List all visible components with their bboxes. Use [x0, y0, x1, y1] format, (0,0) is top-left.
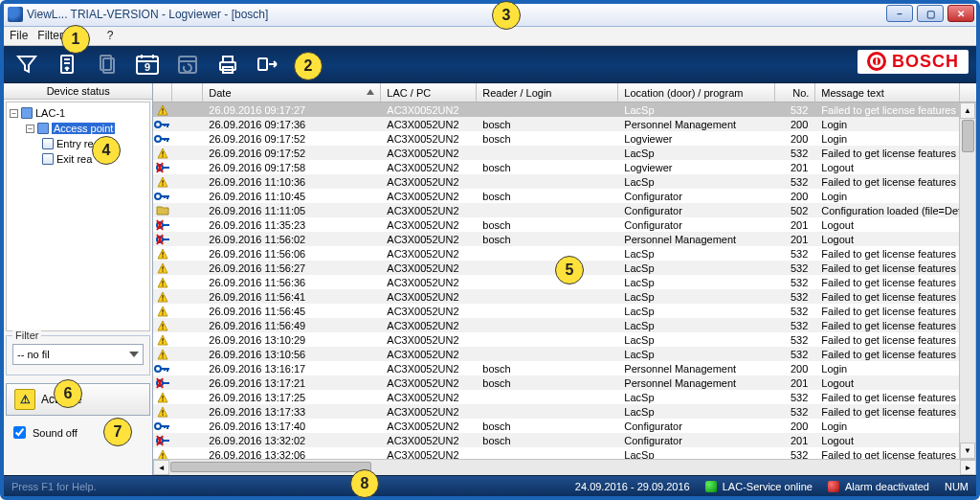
app-window: ViewL... TRIAL-VERSION - Logviewer - [bo…: [0, 0, 980, 500]
svg-rect-68: [163, 453, 164, 457]
row-type-icon-2: [172, 203, 203, 217]
tree-exit-reader[interactable]: Exit rea: [56, 153, 92, 165]
filter-select[interactable]: -- no fil: [12, 344, 144, 365]
svg-rect-36: [163, 252, 164, 256]
col-icon1[interactable]: [153, 83, 172, 102]
table-row[interactable]: 26.09.2016 09:17:52AC3X0052UN2boschLogvi…: [153, 131, 975, 146]
export-icon[interactable]: [255, 51, 281, 78]
cell-date: 26.09.2016 11:56:41: [203, 289, 381, 304]
scroll-up-icon[interactable]: ▲: [960, 102, 975, 119]
cell-lac: AC3X0052UN2: [381, 174, 477, 189]
table-row[interactable]: 26.09.2016 09:17:52AC3X0052UN2LacSp532Fa…: [153, 146, 975, 160]
cell-date: 26.09.2016 13:17:40: [203, 419, 381, 433]
tree-access-point[interactable]: Access point: [52, 123, 115, 134]
scroll-left-icon[interactable]: ◄: [153, 460, 169, 475]
table-row[interactable]: 26.09.2016 13:17:33AC3X0052UN2LacSp532Fa…: [153, 404, 975, 419]
cell-msg: Login: [815, 131, 969, 146]
table-row[interactable]: 26.09.2016 09:17:27AC3X0052UN2LacSp532Fa…: [153, 102, 975, 117]
cell-loc: LacSp: [618, 390, 775, 404]
col-loc[interactable]: Location (door) / program: [618, 83, 775, 102]
table-row[interactable]: 26.09.2016 13:10:29AC3X0052UN2LacSp532Fa…: [153, 332, 975, 347]
col-no[interactable]: No.: [775, 83, 815, 102]
table-row[interactable]: 26.09.2016 11:56:02AC3X0052UN2boschPerso…: [153, 232, 975, 246]
col-icon2[interactable]: [172, 83, 203, 102]
calendar-refresh-icon[interactable]: [174, 51, 201, 78]
expander-icon[interactable]: –: [10, 109, 18, 118]
cell-reader: bosch: [477, 160, 618, 174]
col-lac[interactable]: LAC / PC: [381, 83, 477, 102]
device-status-header: Device status: [4, 83, 152, 100]
row-type-icon: [153, 189, 172, 203]
cell-date: 26.09.2016 11:35:23: [203, 217, 381, 232]
table-row[interactable]: 26.09.2016 13:10:56AC3X0052UN2LacSp532Fa…: [153, 347, 975, 361]
svg-rect-33: [163, 224, 169, 226]
scroll-thumb[interactable]: [170, 462, 371, 472]
row-type-icon: [153, 404, 172, 419]
cell-msg: Failed to get license features: [815, 246, 969, 261]
scroll-down-icon[interactable]: ▼: [960, 443, 975, 459]
cell-no: 532: [775, 347, 815, 361]
table-row[interactable]: 26.09.2016 11:56:49AC3X0052UN2LacSp532Fa…: [153, 318, 975, 332]
cell-lac: AC3X0052UN2: [381, 361, 477, 375]
scroll-thumb[interactable]: [962, 120, 974, 152]
cell-lac: AC3X0052UN2: [381, 217, 477, 232]
menu-help[interactable]: ?: [107, 29, 114, 42]
table-row[interactable]: 26.09.2016 09:17:58AC3X0052UN2boschLogvi…: [153, 160, 975, 174]
cell-lac: AC3X0052UN2: [381, 390, 477, 404]
table-row[interactable]: 26.09.2016 11:11:05AC3X0052UN2Configurat…: [153, 203, 975, 217]
titlebar[interactable]: ViewL... TRIAL-VERSION - Logviewer - [bo…: [4, 4, 976, 27]
tree-root[interactable]: LAC-1: [35, 107, 65, 119]
device-tree[interactable]: – LAC-1 – Access point Entry re: [6, 102, 150, 331]
tree-entry-reader[interactable]: Entry re: [56, 138, 94, 149]
svg-rect-22: [163, 151, 164, 155]
table-row[interactable]: 26.09.2016 11:56:45AC3X0052UN2LacSp532Fa…: [153, 304, 975, 318]
table-row[interactable]: 26.09.2016 13:17:40AC3X0052UN2boschConfi…: [153, 419, 975, 433]
status-help: Press F1 for Help.: [11, 481, 97, 492]
table-row[interactable]: 26.09.2016 13:16:17AC3X0052UN2boschPerso…: [153, 361, 975, 375]
col-date[interactable]: Date: [203, 83, 381, 102]
scroll-right-icon[interactable]: ►: [960, 460, 976, 475]
cell-reader: [477, 261, 618, 275]
menu-filter[interactable]: Filter: [37, 29, 63, 42]
maximize-button[interactable]: ▢: [917, 5, 944, 22]
toolbar: 9 ? BOSCH: [4, 46, 976, 84]
cell-no: 502: [775, 203, 815, 217]
menu-file[interactable]: File: [10, 29, 28, 42]
cell-no: 201: [775, 160, 815, 174]
vertical-scrollbar[interactable]: ▲ ▼: [959, 102, 975, 459]
calendar-9-icon[interactable]: 9: [134, 51, 161, 78]
table-row[interactable]: 26.09.2016 09:17:36AC3X0052UN2boschPerso…: [153, 117, 975, 131]
col-reader[interactable]: Reader / Login: [477, 83, 618, 102]
filter-value: -- no fil: [17, 349, 50, 360]
svg-rect-44: [163, 309, 164, 313]
close-button[interactable]: ✕: [947, 5, 974, 22]
cell-no: 532: [775, 304, 815, 318]
row-type-icon-2: [172, 433, 203, 447]
expander-icon[interactable]: –: [26, 125, 34, 133]
col-msg[interactable]: Message text: [815, 83, 960, 102]
document-copy-icon[interactable]: [94, 51, 121, 78]
table-row[interactable]: 26.09.2016 11:10:36AC3X0052UN2LacSp532Fa…: [153, 174, 975, 189]
cell-reader: bosch: [477, 217, 618, 232]
sound-off-checkbox[interactable]: [13, 426, 26, 439]
cell-loc: Configurator: [618, 419, 775, 433]
minimize-button[interactable]: –: [886, 5, 913, 22]
table-row[interactable]: 26.09.2016 13:32:06AC3X0052UN2LacSp532Fa…: [153, 447, 975, 459]
filter-funnel-icon[interactable]: [13, 51, 40, 78]
cell-lac: AC3X0052UN2: [381, 261, 477, 275]
table-row[interactable]: 26.09.2016 13:32:02AC3X0052UN2boschConfi…: [153, 433, 975, 447]
printer-icon[interactable]: [214, 51, 241, 78]
table-row[interactable]: 26.09.2016 13:17:25AC3X0052UN2LacSp532Fa…: [153, 390, 975, 404]
document-arrow-icon[interactable]: [54, 51, 80, 78]
cell-lac: AC3X0052UN2: [381, 318, 477, 332]
alarm-deactivated-icon: [828, 481, 839, 492]
table-row[interactable]: 26.09.2016 11:56:41AC3X0052UN2LacSp532Fa…: [153, 289, 975, 304]
svg-text:9: 9: [145, 61, 150, 73]
row-type-icon: [153, 332, 172, 347]
table-row[interactable]: 26.09.2016 13:17:21AC3X0052UN2boschPerso…: [153, 375, 975, 390]
grid-header[interactable]: Date LAC / PC Reader / Login Location (d…: [153, 83, 976, 102]
horizontal-scrollbar[interactable]: ◄ ►: [153, 459, 976, 475]
table-row[interactable]: 26.09.2016 11:10:45AC3X0052UN2boschConfi…: [153, 189, 975, 203]
row-type-icon-2: [172, 174, 203, 189]
table-row[interactable]: 26.09.2016 11:35:23AC3X0052UN2boschConfi…: [153, 217, 975, 232]
